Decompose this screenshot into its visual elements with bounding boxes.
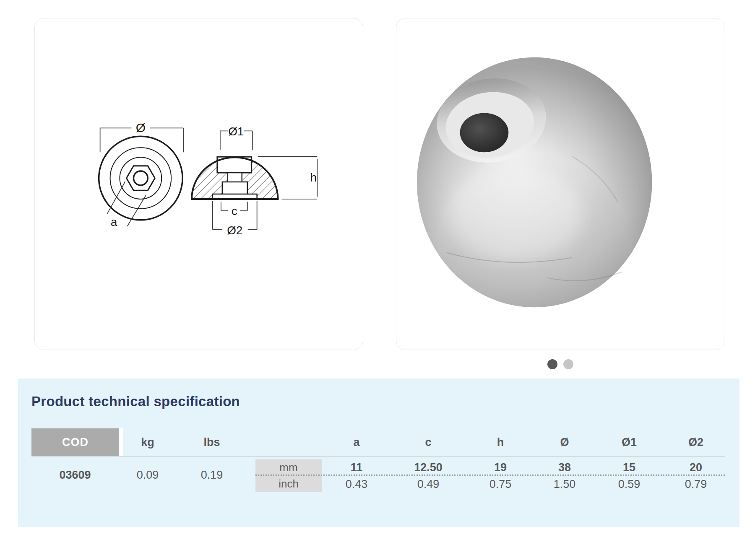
dim-d2-label: Ø2 [227,224,242,237]
cod-header-cell: COD [31,428,119,456]
mm-value-h: 19 [494,461,507,474]
mm-value-c: 12.50 [414,461,443,474]
product-page: Ø a Ø1 h c [0,0,755,560]
dim-diameter-label: Ø [136,121,146,135]
spec-section: Product technical specification COD kg l… [18,379,739,527]
header-divider [31,456,725,457]
unit-mm-label: mm [255,459,322,476]
gallery-dots [396,359,724,369]
section-view: Ø1 h c Ø2 [192,125,317,236]
mm-value-d2: 20 [690,461,702,474]
dim-header-a: a [353,436,359,449]
mm-inch-divider [255,474,725,476]
mm-value-d1: 15 [623,461,635,474]
gallery-dot-2[interactable] [563,359,573,369]
dim-c-label: c [232,205,237,218]
spec-title: Product technical specification [31,394,240,410]
kg-value: 0.09 [137,469,159,482]
mm-value-d: 38 [558,461,571,474]
lbs-header: lbs [203,436,220,449]
inch-value-d: 1.50 [554,478,576,491]
technical-drawing-card[interactable]: Ø a Ø1 h c [34,18,363,350]
inch-value-d2: 0.79 [685,478,707,491]
dim-header-h: h [497,436,504,449]
product-photo-image [396,18,724,350]
product-photo-card[interactable] [396,18,724,350]
mm-value-a: 11 [351,461,363,474]
inch-value-d1: 0.59 [618,478,640,491]
dim-header-d: Ø [560,436,569,449]
anode-photo [417,57,652,307]
lbs-value: 0.19 [201,469,223,482]
cod-value: 03609 [59,469,91,482]
gallery-dot-1-active[interactable] [547,359,557,369]
technical-drawing-image: Ø a Ø1 h c [35,18,363,350]
unit-cell: mm inch [255,459,322,492]
front-view: Ø a [99,121,183,228]
kg-header: kg [141,436,154,449]
inch-value-c: 0.49 [417,478,440,491]
unit-inch-label: inch [255,476,322,492]
dim-a-label: a [111,215,117,228]
inch-value-h: 0.75 [489,478,512,491]
dim-d1-label: Ø1 [228,125,244,138]
cod-cell-gap [119,428,123,456]
dim-h-label: h [310,171,317,184]
dim-header-c: c [425,436,431,449]
inch-value-a: 0.43 [346,478,368,491]
dim-header-d1: Ø1 [622,436,637,449]
dim-header-d2: Ø2 [688,436,703,449]
